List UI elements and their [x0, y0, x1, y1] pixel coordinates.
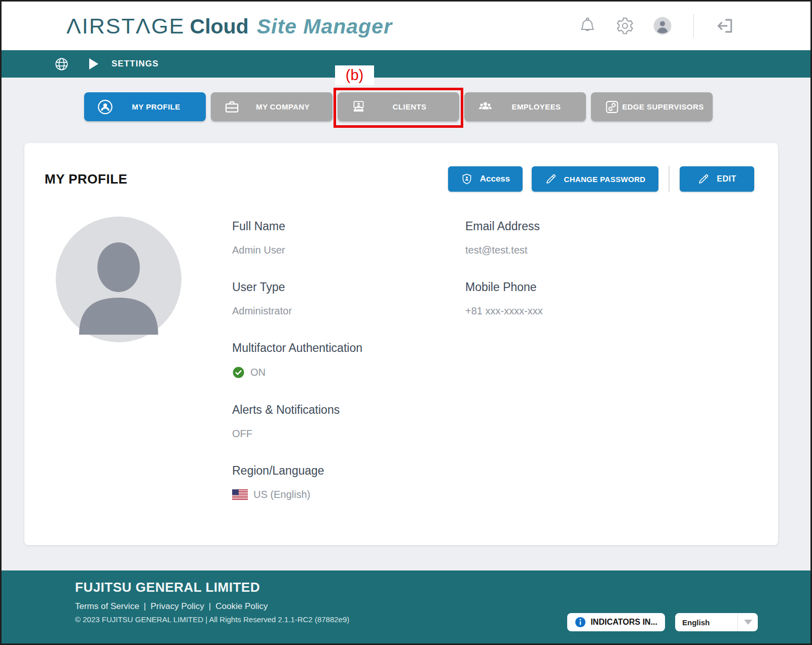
- field-multifactor-authentication: Multifactor Authentication ON: [232, 341, 465, 379]
- privacy-policy-link[interactable]: Privacy Policy: [151, 601, 204, 612]
- page-title: MY PROFILE: [45, 171, 448, 187]
- shield-person-icon: [461, 173, 473, 185]
- field-email-address: Email Address test@test.test: [465, 220, 543, 256]
- play-icon: [89, 58, 98, 69]
- field-mobile-phone: Mobile Phone +81 xxx-xxxx-xxx: [465, 280, 543, 317]
- id-badge-icon: [351, 99, 366, 115]
- tab-edge-supervisors[interactable]: EDGE SUPERVISORS: [591, 92, 713, 121]
- main-content: MY PROFILE MY COMPANY (b): [2, 78, 810, 570]
- link-separator: |: [204, 601, 215, 612]
- fields-column-right: Email Address test@test.test Mobile Phon…: [465, 220, 543, 525]
- header-icons: [578, 14, 734, 38]
- check-circle-icon: [232, 366, 245, 379]
- clients-tab-wrap: (b) CLIENTS: [338, 92, 459, 121]
- profile-card-header: MY PROFILE Access CHANGE PASSWORD: [24, 143, 778, 192]
- bell-icon[interactable]: [578, 16, 597, 35]
- app-footer: FUJITSU GENERAL LIMITED Terms of Service…: [2, 570, 810, 643]
- footer-actions: INDICATORS IN... English: [567, 580, 758, 643]
- logo-product: Site Manager: [257, 15, 392, 39]
- people-icon: [477, 99, 493, 115]
- profile-avatar: [56, 217, 181, 342]
- footer-info: FUJITSU GENERAL LIMITED Terms of Service…: [75, 580, 567, 643]
- language-selector[interactable]: English: [675, 613, 758, 631]
- header-divider: [693, 14, 694, 38]
- link-square-icon: [604, 99, 620, 115]
- link-separator: |: [139, 601, 151, 612]
- field-full-name: Full Name Admin User: [232, 220, 465, 256]
- logo-cloud: Cloud: [190, 15, 249, 39]
- info-icon: [575, 617, 586, 628]
- profile-card-body: Full Name Admin User User Type Administr…: [24, 192, 778, 525]
- logo-brand: ΛIRSTΛGE: [66, 14, 185, 39]
- copyright-text: © 2023 FUJITSU GENERAL LIMITED | All Rig…: [75, 615, 567, 624]
- language-selected-value: English: [675, 618, 737, 627]
- logout-icon[interactable]: [715, 16, 734, 35]
- footer-links: Terms of Service | Privacy Policy | Cook…: [75, 601, 567, 612]
- profile-fields: Full Name Admin User User Type Administr…: [232, 217, 543, 525]
- field-region-language: Region/Language: [232, 464, 465, 500]
- gear-icon[interactable]: [615, 16, 635, 35]
- access-button[interactable]: Access: [448, 166, 523, 192]
- app-logo: ΛIRSTΛGE Cloud Site Manager: [66, 14, 578, 39]
- tab-my-company[interactable]: MY COMPANY: [211, 92, 333, 121]
- cookie-policy-link[interactable]: Cookie Policy: [215, 601, 268, 612]
- tab-bar: MY PROFILE MY COMPANY (b): [84, 92, 810, 121]
- tab-clients[interactable]: CLIENTS: [338, 92, 459, 121]
- fields-column-left: Full Name Admin User User Type Administr…: [232, 220, 465, 525]
- edit-button[interactable]: EDIT: [680, 166, 754, 192]
- field-alerts-notifications: Alerts & Notifications OFF: [232, 403, 465, 440]
- chevron-down-icon[interactable]: [737, 613, 758, 631]
- globe-icon[interactable]: [54, 57, 69, 71]
- field-user-type: User Type Administrator: [232, 280, 465, 317]
- footer-company-name: FUJITSU GENERAL LIMITED: [75, 580, 567, 595]
- breadcrumb-bar: SETTINGS: [2, 50, 810, 78]
- person-circle-icon: [97, 99, 113, 115]
- terms-of-service-link[interactable]: Terms of Service: [75, 601, 139, 612]
- pencil-icon: [545, 173, 557, 185]
- annotation-label-b: (b): [335, 65, 374, 85]
- app-header: ΛIRSTΛGE Cloud Site Manager: [2, 2, 810, 50]
- change-password-button[interactable]: CHANGE PASSWORD: [532, 166, 658, 192]
- us-flag-icon: [232, 489, 248, 500]
- button-divider: [669, 166, 670, 192]
- briefcase-icon: [224, 99, 240, 115]
- tab-my-profile[interactable]: MY PROFILE: [84, 92, 206, 121]
- breadcrumb: SETTINGS: [112, 59, 159, 69]
- tab-employees[interactable]: EMPLOYEES: [464, 92, 586, 121]
- indicators-button[interactable]: INDICATORS IN...: [567, 613, 665, 631]
- app-window: ΛIRSTΛGE Cloud Site Manager: [0, 0, 812, 645]
- pencil-icon: [697, 173, 710, 185]
- profile-card: MY PROFILE Access CHANGE PASSWORD: [24, 143, 778, 545]
- avatar-icon[interactable]: [653, 16, 672, 35]
